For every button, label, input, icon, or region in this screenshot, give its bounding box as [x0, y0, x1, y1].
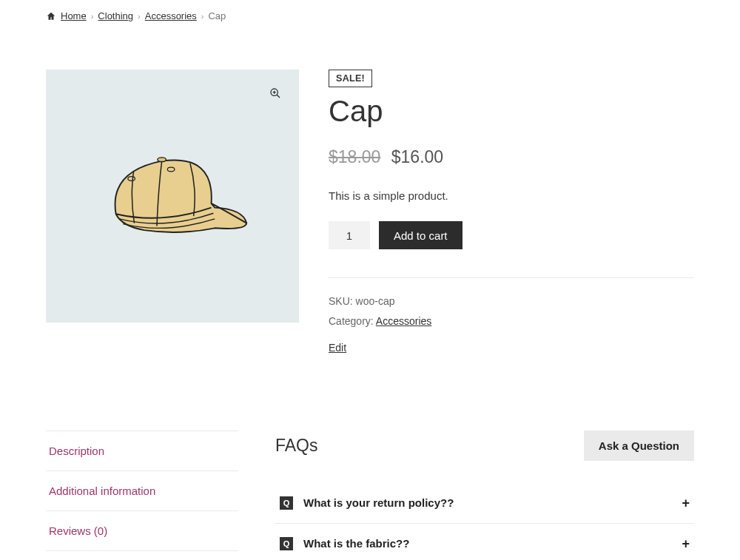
faq-item[interactable]: Q What is your return policy?? + — [275, 483, 694, 524]
quantity-input[interactable] — [329, 221, 370, 249]
short-description: This is a simple product. — [329, 189, 694, 202]
plus-icon: + — [682, 496, 690, 510]
tab-additional-information[interactable]: Additional information — [46, 471, 238, 511]
zoom-icon[interactable] — [265, 83, 286, 104]
category-link[interactable]: Accessories — [376, 315, 431, 327]
breadcrumb-current: Cap — [208, 10, 226, 21]
sale-badge: SALE! — [329, 70, 372, 87]
breadcrumb-home[interactable]: Home — [61, 10, 87, 21]
product: SALE! Cap $18.00 $16.00 This is a simple… — [46, 70, 694, 358]
tab-description[interactable]: Description — [46, 431, 238, 471]
category-label: Category: — [329, 315, 376, 327]
tab-faqs[interactable]: FAQs › — [46, 551, 238, 560]
faq-question: What is your return policy?? — [303, 496, 454, 509]
product-image[interactable] — [46, 70, 299, 323]
plus-icon: + — [682, 537, 690, 550]
product-summary: SALE! Cap $18.00 $16.00 This is a simple… — [329, 70, 694, 358]
breadcrumb: Home › Clothing › Accessories › Cap — [46, 10, 694, 21]
svg-line-1 — [277, 95, 280, 98]
product-price: $18.00 $16.00 — [329, 147, 694, 167]
faq-question: What is the fabric?? — [303, 537, 409, 550]
chevron-right-icon: › — [201, 12, 204, 21]
panel-title: FAQs — [275, 436, 318, 456]
faq-panel: FAQs Ask a Question Q What is your retur… — [275, 431, 694, 560]
edit-link[interactable]: Edit — [329, 338, 346, 358]
chevron-right-icon: › — [138, 12, 141, 21]
product-title: Cap — [329, 95, 694, 128]
product-meta: SKU: woo-cap Category: Accessories Edit — [329, 277, 694, 358]
chevron-right-icon: › — [91, 12, 94, 21]
home-icon — [46, 11, 56, 21]
sku-label: SKU: — [329, 295, 356, 307]
tabs-section: Description Additional information Revie… — [46, 431, 694, 560]
ask-question-button[interactable]: Ask a Question — [584, 431, 694, 461]
breadcrumb-accessories[interactable]: Accessories — [145, 10, 197, 21]
add-to-cart-button[interactable]: Add to cart — [379, 221, 462, 249]
tabs-list: Description Additional information Revie… — [46, 431, 238, 560]
sku-value: woo-cap — [356, 295, 395, 307]
svg-point-6 — [158, 158, 166, 162]
question-badge-icon: Q — [280, 496, 293, 510]
faq-item[interactable]: Q What is the fabric?? + — [275, 524, 694, 560]
tab-reviews[interactable]: Reviews (0) — [46, 511, 238, 551]
cap-illustration — [95, 140, 250, 253]
breadcrumb-clothing[interactable]: Clothing — [98, 10, 133, 21]
question-badge-icon: Q — [280, 537, 293, 550]
